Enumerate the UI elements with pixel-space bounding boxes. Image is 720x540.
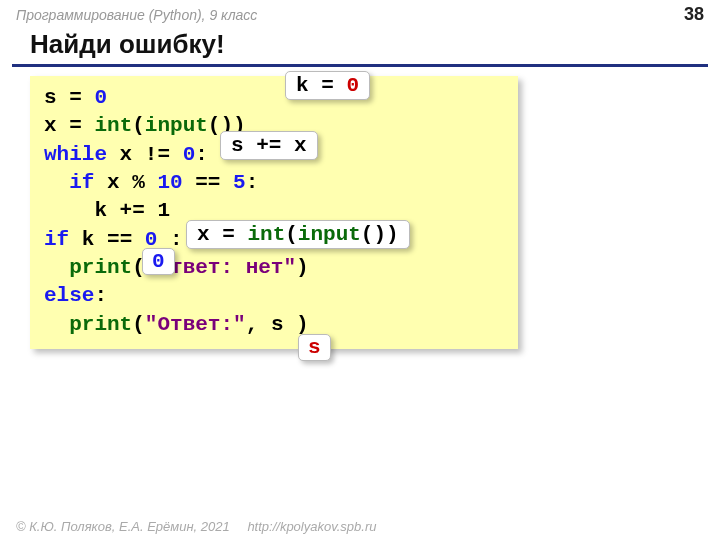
overlay-zero: 0 xyxy=(142,248,175,275)
page-number: 38 xyxy=(684,4,704,25)
code-line: if x % 10 == 5: xyxy=(44,169,504,197)
overlay-s-plus-x: s += x xyxy=(220,131,318,160)
header-bar: Программирование (Python), 9 класс 38 xyxy=(0,0,720,27)
overlay-s: s xyxy=(298,334,331,361)
course-label: Программирование (Python), 9 класс xyxy=(16,7,257,23)
code-line: print("Ответ:", s ) xyxy=(44,311,504,339)
footer-link: http://kpolyakov.spb.ru xyxy=(247,519,376,534)
footer: © К.Ю. Поляков, Е.А. Ерёмин, 2021 http:/… xyxy=(16,519,376,534)
copyright-text: © К.Ю. Поляков, Е.А. Ерёмин, 2021 xyxy=(16,519,230,534)
slide: { "header": { "course": "Программировани… xyxy=(0,0,720,540)
overlay-x-input: x = int(input()) xyxy=(186,220,410,249)
code-line: s = 0 xyxy=(44,84,504,112)
code-block: s = 0 x = int(input()) while x != 0: if … xyxy=(30,76,518,349)
title-underline xyxy=(12,64,708,67)
code-line: else: xyxy=(44,282,504,310)
overlay-k-equals-0: k = 0 xyxy=(285,71,370,100)
page-title: Найди ошибку! xyxy=(0,27,720,64)
code-line: print("Ответ: нет") xyxy=(44,254,504,282)
